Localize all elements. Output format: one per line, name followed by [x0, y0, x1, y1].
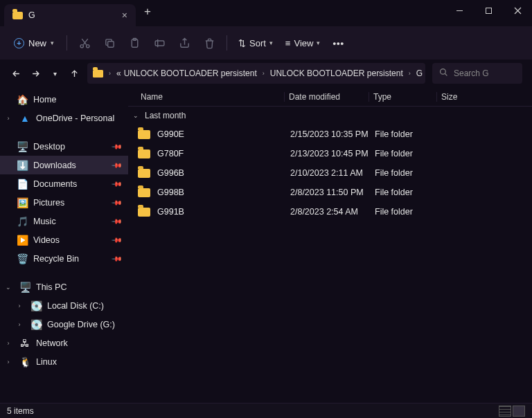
- column-type[interactable]: Type: [369, 92, 436, 102]
- svg-rect-9: [155, 40, 164, 45]
- chevron-right-icon: ›: [106, 70, 114, 77]
- sidebar-icon: 🖥️: [17, 141, 28, 152]
- breadcrumb-item[interactable]: UNLOCK BOOTLOADER persistent: [124, 69, 257, 78]
- file-type: File folder: [375, 149, 443, 158]
- sidebar-item-music[interactable]: 🎵Music📌: [0, 212, 128, 230]
- share-icon[interactable]: [172, 31, 196, 55]
- svg-point-10: [441, 69, 446, 75]
- large-icons-view-button[interactable]: [513, 406, 525, 417]
- folder-icon: [138, 169, 150, 178]
- cut-icon[interactable]: [73, 31, 96, 55]
- column-size[interactable]: Size: [436, 92, 532, 102]
- file-type: File folder: [375, 188, 443, 197]
- chevron-down-icon: ▾: [317, 39, 320, 46]
- pin-icon: 📌: [112, 234, 123, 245]
- toolbar: + New ▾ ⇅ Sort ▾ ≡ View ▾ •••: [0, 26, 532, 60]
- window-controls: [445, 0, 532, 21]
- svg-point-4: [80, 44, 83, 47]
- group-label: Last month: [145, 111, 186, 120]
- group-header[interactable]: ⌄ Last month: [128, 107, 532, 125]
- sidebar-item-videos[interactable]: ▶️Videos📌: [0, 230, 128, 249]
- new-button[interactable]: + New ▾: [7, 35, 61, 51]
- table-row[interactable]: G991B2/8/2023 2:54 AMFile folder: [128, 202, 532, 221]
- table-row[interactable]: G996B2/10/2023 2:11 AMFile folder: [128, 163, 532, 183]
- sidebar-item-drive[interactable]: ›💽Google Drive (G:): [0, 315, 128, 334]
- collapse-icon[interactable]: ⌄: [131, 112, 141, 119]
- new-tab-button[interactable]: +: [136, 0, 159, 24]
- sidebar-item-documents[interactable]: 📄Documents📌: [0, 174, 128, 193]
- sidebar-item-onedrive[interactable]: › ▲ OneDrive - Personal: [0, 109, 128, 127]
- sidebar-item-home[interactable]: 🏠 Home: [0, 90, 128, 109]
- sidebar-item-label: Documents: [33, 179, 77, 189]
- home-icon: 🏠: [17, 94, 28, 105]
- file-type: File folder: [375, 207, 443, 217]
- sidebar-item-pictures[interactable]: 🖼️Pictures📌: [0, 193, 128, 212]
- pin-icon: 📌: [112, 140, 123, 152]
- up-button[interactable]: [68, 69, 80, 79]
- expand-icon[interactable]: ›: [3, 340, 14, 347]
- minimize-button[interactable]: [445, 0, 474, 21]
- table-row[interactable]: G780F2/13/2023 10:45 PMFile folder: [128, 144, 532, 163]
- column-name[interactable]: Name: [141, 92, 284, 102]
- view-button[interactable]: ≡ View ▾: [280, 35, 326, 51]
- close-tab-icon[interactable]: ×: [122, 10, 127, 21]
- collapse-icon[interactable]: ⌄: [3, 284, 14, 291]
- paste-icon[interactable]: [123, 31, 146, 55]
- linux-icon: 🐧: [19, 356, 30, 367]
- sidebar-item-label: Desktop: [33, 142, 65, 152]
- delete-icon[interactable]: [197, 31, 221, 55]
- file-name: G996B: [157, 168, 290, 178]
- sort-icon: ⇅: [238, 38, 246, 48]
- sidebar-icon: 🖼️: [17, 197, 28, 208]
- breadcrumb-item[interactable]: UNLOCK BOOTLOADER persistent: [270, 69, 403, 78]
- sidebar-item-label: OneDrive - Personal: [36, 113, 114, 123]
- sidebar-item-label: Music: [33, 217, 56, 226]
- file-name: G780F: [157, 149, 290, 158]
- back-button[interactable]: [10, 69, 22, 79]
- recent-button[interactable]: ▾: [48, 70, 61, 78]
- file-type: File folder: [375, 129, 443, 139]
- sidebar-item-label: Home: [33, 95, 56, 104]
- sidebar-item-label: Network: [36, 338, 68, 348]
- file-list-area: Name Date modified Type Size ⌄ Last mont…: [128, 87, 532, 403]
- close-button[interactable]: [503, 0, 532, 21]
- sidebar-item-label: Recycle Bin: [33, 254, 79, 264]
- breadcrumb-item[interactable]: G: [416, 69, 423, 78]
- expand-icon[interactable]: ›: [3, 115, 14, 122]
- column-date[interactable]: Date modified: [284, 92, 369, 102]
- table-row[interactable]: G998B2/8/2023 11:50 PMFile folder: [128, 183, 532, 202]
- expand-icon[interactable]: ›: [14, 321, 25, 328]
- sidebar-item-desktop[interactable]: 🖥️Desktop📌: [0, 137, 128, 156]
- sidebar-item-linux[interactable]: › 🐧 Linux: [0, 352, 128, 371]
- pc-icon: 🖥️: [19, 282, 30, 293]
- network-icon: 🖧: [19, 338, 30, 349]
- details-view-button[interactable]: [499, 406, 511, 417]
- copy-icon[interactable]: [98, 31, 121, 55]
- sidebar-item-downloads[interactable]: ⬇️Downloads📌: [0, 156, 128, 174]
- sidebar-item-thispc[interactable]: ⌄ 🖥️ This PC: [0, 278, 128, 296]
- nav-row: ▾ › « UNLOCK BOOTLOADER persistent › UNL…: [0, 60, 532, 87]
- sidebar-icon: 📄: [17, 179, 28, 190]
- chevron-down-icon: ▾: [51, 39, 54, 46]
- sidebar-item-drive[interactable]: ›💽Local Disk (C:): [0, 296, 128, 315]
- address-bar[interactable]: › « UNLOCK BOOTLOADER persistent › UNLOC…: [87, 63, 425, 84]
- tab[interactable]: G ×: [4, 4, 136, 26]
- maximize-button[interactable]: [474, 0, 503, 21]
- separator: [227, 35, 227, 51]
- sidebar-item-label: Pictures: [33, 198, 64, 208]
- sidebar-item-recycle-bin[interactable]: 🗑️Recycle Bin📌: [0, 249, 128, 268]
- expand-icon[interactable]: ›: [14, 302, 25, 309]
- rename-icon[interactable]: [148, 31, 171, 55]
- expand-icon[interactable]: ›: [3, 358, 14, 365]
- table-row[interactable]: G990E2/15/2023 10:35 PMFile folder: [128, 125, 532, 144]
- sidebar-item-network[interactable]: › 🖧 Network: [0, 334, 128, 352]
- file-name: G998B: [157, 188, 290, 197]
- folder-icon: [12, 12, 23, 19]
- sort-button[interactable]: ⇅ Sort ▾: [233, 35, 278, 51]
- status-count: 5 items: [7, 406, 34, 416]
- svg-rect-6: [107, 41, 114, 46]
- more-button[interactable]: •••: [327, 35, 350, 51]
- search-input[interactable]: Search G: [432, 63, 522, 84]
- sidebar-item-label: Google Drive (G:): [47, 320, 115, 329]
- forward-button[interactable]: [29, 69, 42, 79]
